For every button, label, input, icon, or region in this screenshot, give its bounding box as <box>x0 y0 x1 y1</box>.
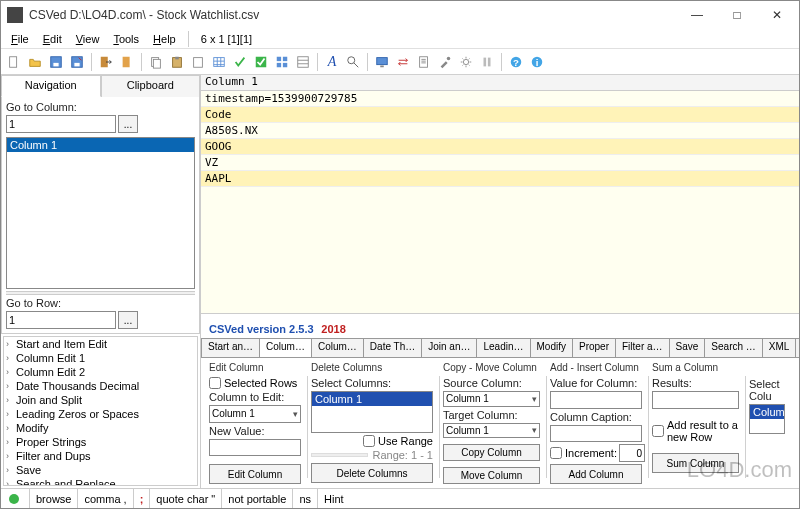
menu-edit[interactable]: Edit <box>37 31 68 47</box>
grid-row[interactable]: GOOG <box>201 139 799 155</box>
open-icon[interactable] <box>26 53 44 71</box>
tgt-col-combo[interactable]: Column 1 <box>443 423 540 439</box>
add-new-row-check[interactable]: Add result to a new Row <box>652 419 739 443</box>
bottom-tab[interactable]: Save <box>669 338 706 357</box>
tree-item[interactable]: ›Start and Item Edit <box>4 337 197 351</box>
new-value-input[interactable] <box>209 439 301 457</box>
tab-clipboard[interactable]: Clipboard <box>101 75 201 97</box>
select-colu-item[interactable]: Column <box>750 405 784 419</box>
grid-rows[interactable]: timestamp=1539900729785CodeA850S.NXGOOGV… <box>201 91 799 313</box>
menu-help[interactable]: Help <box>147 31 182 47</box>
bottom-tab[interactable]: Search … <box>704 338 762 357</box>
tree-item[interactable]: ›Search and Replace <box>4 477 197 486</box>
font-icon[interactable]: A <box>323 53 341 71</box>
del-col-title: Delete Columns <box>311 362 433 373</box>
bottom-tab[interactable]: Filter a… <box>615 338 670 357</box>
tree-item[interactable]: ›Join and Split <box>4 393 197 407</box>
exit-icon[interactable] <box>97 53 115 71</box>
select-colu-list[interactable]: Column <box>749 404 785 434</box>
add-col-button[interactable]: Add Column <box>550 464 642 484</box>
close-button[interactable]: ✕ <box>757 3 797 28</box>
goto-row-browse[interactable]: ... <box>118 311 138 329</box>
bottom-tab[interactable]: Leadin… <box>476 338 530 357</box>
door-icon[interactable] <box>118 53 136 71</box>
bottom-tab[interactable]: Proper <box>572 338 616 357</box>
bottom-tab[interactable]: Fixed L… <box>795 338 799 357</box>
tree-item[interactable]: ›Filter and Dups <box>4 449 197 463</box>
increment-check[interactable]: Increment: <box>550 447 617 459</box>
results-input[interactable] <box>652 391 739 409</box>
move-col-button[interactable]: Move Column <box>443 467 540 484</box>
goto-column-input[interactable] <box>6 115 116 133</box>
bottom-tab[interactable]: Start an… <box>201 338 260 357</box>
save-icon[interactable] <box>47 53 65 71</box>
grid-row[interactable]: AAPL <box>201 171 799 187</box>
check1-icon[interactable] <box>231 53 249 71</box>
edit-col-title: Edit Column <box>209 362 301 373</box>
grid-row[interactable]: timestamp=1539900729785 <box>201 91 799 107</box>
grid2-icon[interactable] <box>294 53 312 71</box>
saveas-icon[interactable] <box>68 53 86 71</box>
pause-icon[interactable] <box>478 53 496 71</box>
tree-item[interactable]: ›Save <box>4 463 197 477</box>
copy-icon[interactable] <box>147 53 165 71</box>
tree-item[interactable]: ›Column Edit 2 <box>4 365 197 379</box>
sum-col-button[interactable]: Sum Column <box>652 453 739 473</box>
delete-cols-button[interactable]: Delete Columns <box>311 463 433 483</box>
paste-icon[interactable] <box>168 53 186 71</box>
bottom-tab[interactable]: Modify <box>530 338 573 357</box>
bottom-tab[interactable]: XML <box>762 338 797 357</box>
tree-item[interactable]: ›Proper Strings <box>4 435 197 449</box>
caption-input[interactable] <box>550 425 642 443</box>
caption-label: Column Caption: <box>550 411 642 423</box>
help-icon[interactable]: ? <box>507 53 525 71</box>
bottom-tab[interactable]: Colum… <box>311 338 364 357</box>
menu-tools[interactable]: Tools <box>107 31 145 47</box>
copy-col-button[interactable]: Copy Column <box>443 444 540 461</box>
menu-view[interactable]: View <box>70 31 106 47</box>
screen-icon[interactable] <box>373 53 391 71</box>
column-listbox[interactable]: Column 1 <box>6 137 195 289</box>
grid-row[interactable]: Code <box>201 107 799 123</box>
info-icon[interactable]: i <box>528 53 546 71</box>
table-icon[interactable] <box>210 53 228 71</box>
bottom-tab[interactable]: Join an… <box>421 338 477 357</box>
doc-icon[interactable] <box>415 53 433 71</box>
goto-column-browse[interactable]: ... <box>118 115 138 133</box>
grid-header[interactable]: Column 1 <box>201 75 799 91</box>
delete-cols-item[interactable]: Column 1 <box>312 392 432 406</box>
check2-icon[interactable] <box>252 53 270 71</box>
tools-icon[interactable] <box>436 53 454 71</box>
new-icon[interactable] <box>5 53 23 71</box>
src-col-combo[interactable]: Column 1 <box>443 391 540 407</box>
tree-item[interactable]: ›Modify <box>4 421 197 435</box>
bottom-tab[interactable]: Date Th… <box>363 338 422 357</box>
maximize-button[interactable]: □ <box>717 3 757 28</box>
column-list-selected[interactable]: Column 1 <box>7 138 194 152</box>
gear-icon[interactable] <box>457 53 475 71</box>
bottom-tab[interactable]: Colum… <box>259 338 312 357</box>
selected-rows-check[interactable]: Selected Rows <box>209 377 301 389</box>
goto-row-input[interactable] <box>6 311 116 329</box>
use-range-check[interactable]: Use Range <box>311 435 433 447</box>
app-icon <box>7 7 23 23</box>
delete-cols-listbox[interactable]: Column 1 <box>311 391 433 433</box>
svg-rect-0 <box>10 56 17 67</box>
search-icon[interactable] <box>344 53 362 71</box>
menu-file[interactable]: File <box>5 31 35 47</box>
grid-icon[interactable] <box>273 53 291 71</box>
edit-column-button[interactable]: Edit Column <box>209 464 301 484</box>
minimize-button[interactable]: — <box>677 3 717 28</box>
grid-row[interactable]: A850S.NX <box>201 123 799 139</box>
increment-value[interactable] <box>619 444 645 462</box>
category-tree[interactable]: ›Start and Item Edit›Column Edit 1›Colum… <box>3 336 198 486</box>
grid-row[interactable]: VZ <box>201 155 799 171</box>
tree-item[interactable]: ›Column Edit 1 <box>4 351 197 365</box>
arrows-icon[interactable] <box>394 53 412 71</box>
valfor-input[interactable] <box>550 391 642 409</box>
tree-item[interactable]: ›Date Thousands Decimal <box>4 379 197 393</box>
tree-item[interactable]: ›Leading Zeros or Spaces <box>4 407 197 421</box>
clipboard-icon[interactable] <box>189 53 207 71</box>
col-to-edit-combo[interactable]: Column 1 <box>209 405 301 423</box>
tab-navigation[interactable]: Navigation <box>1 75 101 97</box>
